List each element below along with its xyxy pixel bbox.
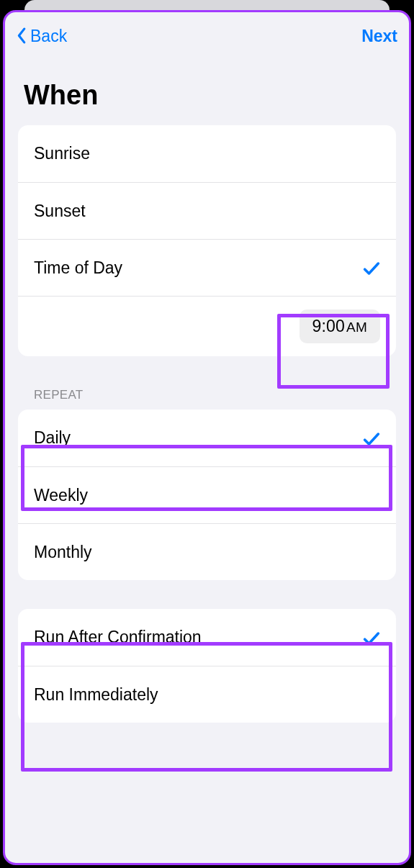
back-label: Back xyxy=(30,27,67,46)
back-button[interactable]: Back xyxy=(17,27,67,46)
page-title: When xyxy=(5,60,409,125)
option-time-of-day[interactable]: Time of Day xyxy=(18,239,396,296)
when-group: Sunrise Sunset Time of Day 9:00AM xyxy=(18,125,396,356)
checkmark-icon xyxy=(361,429,380,448)
option-weekly[interactable]: Weekly xyxy=(18,466,396,523)
option-label: Daily xyxy=(34,428,71,448)
checkmark-icon xyxy=(361,258,380,277)
time-picker[interactable]: 9:00AM xyxy=(300,309,380,343)
time-value: 9:00 xyxy=(312,317,346,335)
option-label: Sunrise xyxy=(34,144,90,163)
option-run-immediate[interactable]: Run Immediately xyxy=(18,666,396,723)
option-label: Run Immediately xyxy=(34,685,158,705)
option-label: Run After Confirmation xyxy=(34,628,202,647)
option-label: Weekly xyxy=(34,486,88,505)
nav-bar: Back Next xyxy=(5,12,409,60)
option-sunrise[interactable]: Sunrise xyxy=(18,125,396,182)
option-sunset[interactable]: Sunset xyxy=(18,182,396,239)
modal-sheet: Back Next When Sunrise Sunset Time of Da… xyxy=(3,10,411,865)
time-row: 9:00AM xyxy=(18,296,396,356)
repeat-header: REPEAT xyxy=(5,356,409,410)
option-label: Sunset xyxy=(34,202,86,221)
spacer xyxy=(5,580,409,609)
next-button[interactable]: Next xyxy=(361,27,397,46)
option-label: Monthly xyxy=(34,543,92,562)
option-daily[interactable]: Daily xyxy=(18,410,396,466)
run-group: Run After Confirmation Run Immediately xyxy=(18,609,396,723)
repeat-group: Daily Weekly Monthly xyxy=(18,410,396,580)
option-label: Time of Day xyxy=(34,258,122,278)
option-run-confirm[interactable]: Run After Confirmation xyxy=(18,609,396,666)
option-monthly[interactable]: Monthly xyxy=(18,523,396,580)
chevron-left-icon xyxy=(17,27,27,45)
checkmark-icon xyxy=(361,628,380,647)
time-ampm: AM xyxy=(346,320,367,335)
